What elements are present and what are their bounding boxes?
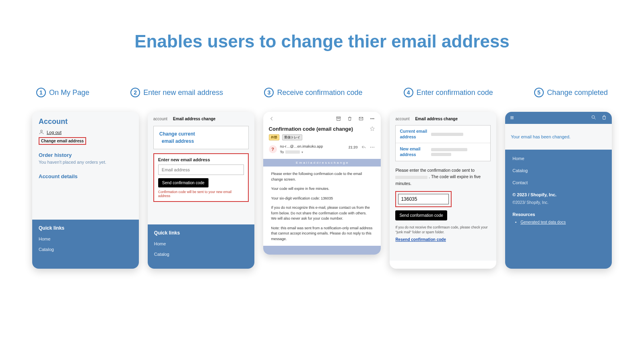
step-4: 4Enter confirmation code — [404, 88, 493, 97]
reply-icon[interactable] — [361, 145, 366, 150]
change-current-box: Change current email address — [153, 126, 249, 149]
footer-body: Home Catalog Contact © 2023 / Shopify, I… — [505, 150, 612, 269]
to-redacted — [285, 150, 300, 154]
copyright-2: ©2023/ Shopify, Inc. — [512, 200, 605, 205]
card-enter-email: accountEmail address change Change curre… — [148, 112, 254, 269]
step-3: 3Receive confirmation code — [264, 88, 362, 97]
resend-link[interactable]: Resend confirmation code — [395, 237, 446, 242]
footer-catalog-link[interactable]: Catalog — [39, 247, 132, 252]
crumb-current: Email address change — [173, 117, 216, 121]
card-completed: ≡ Your email has been changed. Home Cata… — [505, 112, 612, 269]
account-heading: Account — [39, 117, 132, 126]
step-2-label: Enter new email address — [143, 88, 223, 97]
email-footer-bar — [263, 246, 381, 255]
trash-icon[interactable] — [347, 116, 353, 123]
enter-email-highlight: Enter new email address Send confirmatio… — [153, 153, 249, 202]
footer: Quick links Home Catalog — [148, 224, 254, 269]
card-enter-code: accountEmail address change Current emai… — [390, 112, 496, 269]
resources-heading: Resources — [512, 212, 605, 217]
slide: Enables users to change thier email addr… — [0, 0, 644, 362]
current-email-redacted — [431, 133, 463, 136]
step-5-num: 5 — [534, 88, 544, 97]
logout-link[interactable]: Log out — [47, 130, 62, 135]
junk-note: If you do not receive the confirmaon cod… — [395, 225, 491, 235]
email-input[interactable] — [158, 165, 244, 175]
to-label: To — [280, 150, 284, 154]
enter-email-note: Confirmation code will be sent to your n… — [158, 190, 244, 198]
step-1-label: On My Page — [49, 88, 89, 97]
send-code-button[interactable]: Send confirmation code — [158, 178, 208, 187]
footer-catalog-link[interactable]: Catalog — [512, 168, 605, 173]
card-mypage: Account Log out Change email address Ord… — [32, 112, 139, 269]
step-3-num: 3 — [264, 88, 274, 97]
footer-home-link[interactable]: Home — [39, 237, 132, 241]
change-l2: email address — [159, 138, 243, 145]
current-email-label: Current email address — [400, 129, 431, 140]
change-l1: Change current — [159, 130, 243, 138]
crumb-account[interactable]: account — [153, 117, 167, 121]
new-email-label: New email address — [400, 146, 431, 157]
email-p2: Your code will expire in five minutes. — [271, 186, 373, 192]
crumb-account[interactable]: account — [395, 117, 409, 121]
footer-contact-link[interactable]: Contact — [512, 180, 605, 185]
step-2-num: 2 — [130, 88, 140, 97]
footer: Quick links Home Catalog — [32, 220, 139, 269]
email-subject-row: Confirmation code (email change) 外部 受信トレ… — [269, 126, 376, 140]
footer-home-link[interactable]: Home — [154, 241, 248, 246]
tag-external: 外部 — [269, 134, 279, 140]
footer-catalog-link[interactable]: Catalog — [154, 252, 248, 257]
svg-point-5 — [372, 118, 373, 119]
quick-links-heading: Quick links — [154, 230, 248, 236]
logout-row: Log out — [39, 129, 132, 136]
enter-email-label: Enter new email address — [158, 157, 244, 162]
more-icon[interactable] — [369, 116, 375, 123]
email-p5: Note: this email was sent from a notific… — [271, 226, 373, 242]
sender-avatar: ? — [269, 145, 277, 153]
msg-redacted — [395, 176, 427, 179]
step-5: 5Change completed — [534, 88, 608, 97]
copyright-1: © 2023 / Shopify, Inc. — [512, 192, 605, 197]
hamburger-icon[interactable]: ≡ — [510, 114, 514, 121]
order-none-text: You haven't placed any orders yet. — [39, 160, 132, 165]
user-icon — [39, 129, 44, 136]
new-email-redacted-1 — [431, 148, 467, 151]
mail-icon[interactable] — [358, 116, 364, 123]
crumb-current: Email address change — [415, 117, 458, 121]
step-2: 2Enter new email address — [130, 88, 223, 97]
email-header-bar: E m a i l a d d r e s s c h a n g e — [263, 159, 381, 167]
svg-point-7 — [592, 115, 594, 118]
breadcrumb: accountEmail address change — [153, 117, 249, 121]
email-p1: Please enter the following confirmation … — [271, 171, 373, 182]
step-1-num: 1 — [36, 88, 46, 97]
back-icon[interactable] — [269, 116, 275, 123]
svg-point-6 — [374, 118, 374, 119]
svg-rect-2 — [337, 118, 340, 120]
svg-rect-3 — [359, 117, 363, 120]
more-icon[interactable]: ⋯ — [370, 144, 375, 150]
bag-icon[interactable] — [601, 115, 607, 121]
code-input[interactable] — [398, 194, 449, 204]
resources-doc-link[interactable]: Generated test data docs — [520, 220, 566, 224]
star-icon[interactable] — [369, 126, 375, 133]
email-subject: Confirmation code (email change) — [269, 126, 353, 132]
new-email-redacted-2 — [431, 153, 451, 156]
search-icon[interactable] — [591, 115, 597, 121]
svg-point-0 — [41, 130, 43, 132]
slide-title: Enables users to change thier email addr… — [0, 0, 644, 51]
success-message: Your email has been changed. — [505, 124, 612, 150]
order-history-heading: Order history — [39, 152, 132, 158]
cards-row: Account Log out Change email address Ord… — [0, 112, 644, 269]
code-highlight — [395, 191, 452, 207]
step-3-label: Receive confirmation code — [277, 88, 362, 97]
change-email-link[interactable]: Change email address — [39, 137, 86, 145]
footer-home-link[interactable]: Home — [512, 156, 605, 161]
send-code-button[interactable]: Send conformation code — [395, 210, 447, 220]
archive-icon[interactable] — [336, 116, 341, 123]
email-toolbar — [269, 116, 376, 123]
step-5-label: Change completed — [547, 88, 608, 97]
email-body: Please enter the following confirmation … — [269, 167, 376, 246]
step-1: 1On My Page — [36, 88, 89, 97]
msg-a: Please enter the confirmation code sent … — [395, 168, 475, 173]
card-email-client: Confirmation code (email change) 外部 受信トレ… — [263, 112, 381, 255]
from-address: no-r…@…en.imakoko.app — [280, 144, 323, 150]
